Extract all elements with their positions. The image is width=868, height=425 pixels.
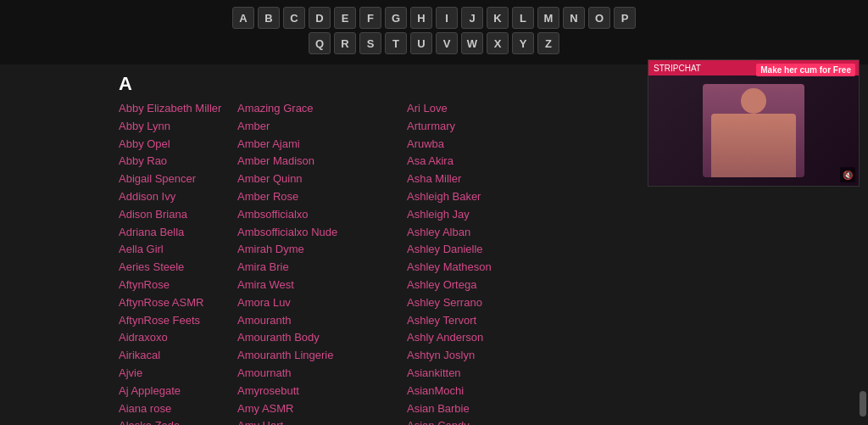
name-link[interactable]: Ashleigh Baker: [407, 188, 576, 206]
ad-figure: [703, 84, 804, 177]
alpha-btn-y[interactable]: Y: [512, 32, 534, 54]
name-link[interactable]: Amouranth: [237, 312, 407, 330]
alpha-btn-b[interactable]: B: [258, 7, 280, 29]
name-link[interactable]: Amora Luv: [237, 294, 407, 312]
name-link[interactable]: Amazing Grace: [237, 100, 407, 118]
alpha-btn-e[interactable]: E: [334, 7, 356, 29]
name-link[interactable]: Abby Elizabeth Miller: [119, 100, 237, 118]
alpha-btn-d[interactable]: D: [309, 7, 331, 29]
alpha-btn-p[interactable]: P: [614, 7, 636, 29]
name-link[interactable]: Amber Ajami: [237, 136, 407, 154]
alpha-btn-k[interactable]: K: [487, 7, 509, 29]
name-link[interactable]: Asian Candy: [407, 417, 576, 425]
name-link[interactable]: Amouranth Body: [237, 329, 407, 347]
name-link[interactable]: Ambsofficialxo: [237, 206, 407, 224]
alpha-btn-q[interactable]: Q: [309, 32, 331, 54]
name-link[interactable]: Aiana rose: [119, 400, 237, 418]
name-link[interactable]: Amirah Dyme: [237, 241, 407, 259]
names-col-1: Amazing GraceAmberAmber AjamiAmber Madis…: [237, 100, 407, 425]
name-link[interactable]: Asiankitten: [407, 365, 576, 383]
alpha-btn-c[interactable]: C: [283, 7, 305, 29]
names-col-2: Ari LoveArturmaryAruwbaAsa AkiraAsha Mil…: [407, 100, 576, 425]
name-link[interactable]: Aeries Steele: [119, 259, 237, 277]
ad-banner[interactable]: STRIPCHAT Make her cum for Free 🔇: [648, 59, 860, 187]
name-link[interactable]: Abigail Spencer: [119, 171, 237, 188]
ad-site-label: STRIPCHAT: [654, 64, 701, 73]
name-link[interactable]: Amber Quinn: [237, 171, 407, 188]
name-link[interactable]: Abby Lynn: [119, 118, 237, 136]
name-link[interactable]: AsianMochi: [407, 383, 576, 400]
name-link[interactable]: Adriana Bella: [119, 224, 237, 242]
name-link[interactable]: Adison Briana: [119, 206, 237, 224]
name-link[interactable]: Ashley Serrano: [407, 294, 576, 312]
name-link[interactable]: Amber Madison: [237, 153, 407, 171]
scrollbar[interactable]: [860, 391, 866, 417]
name-link[interactable]: Asian Barbie: [407, 400, 576, 418]
name-link[interactable]: Ajvie: [119, 365, 237, 383]
alpha-btn-g[interactable]: G: [385, 7, 407, 29]
name-link[interactable]: Airikacal: [119, 347, 237, 365]
alpha-btn-n[interactable]: N: [563, 7, 585, 29]
names-col-0: Abby Elizabeth MillerAbby LynnAbby OpelA…: [119, 100, 237, 425]
name-link[interactable]: Ashley Matheson: [407, 259, 576, 277]
name-link[interactable]: Amber Rose: [237, 188, 407, 206]
name-link[interactable]: Amy ASMR: [237, 400, 407, 418]
name-link[interactable]: Ashley Ortega: [407, 277, 576, 294]
alpha-btn-u[interactable]: U: [410, 32, 432, 54]
alpha-btn-t[interactable]: T: [385, 32, 407, 54]
alpha-row-1: ABCDEFGHIJKLMNOP: [0, 7, 868, 29]
name-link[interactable]: Abby Opel: [119, 136, 237, 154]
name-link[interactable]: Aella Girl: [119, 241, 237, 259]
name-link[interactable]: Amouranth Lingerie: [237, 347, 407, 365]
name-link[interactable]: Aj Applegate: [119, 383, 237, 400]
alpha-btn-s[interactable]: S: [359, 32, 381, 54]
alpha-btn-r[interactable]: R: [334, 32, 356, 54]
name-link[interactable]: Ashleigh Jay: [407, 206, 576, 224]
ad-cta-button[interactable]: Make her cum for Free: [756, 64, 855, 76]
alpha-btn-o[interactable]: O: [588, 7, 610, 29]
alpha-btn-x[interactable]: X: [487, 32, 509, 54]
name-link[interactable]: Amournath: [237, 365, 407, 383]
name-link[interactable]: AftynRose ASMR: [119, 294, 237, 312]
name-link[interactable]: Aidraxoxo: [119, 329, 237, 347]
name-link[interactable]: Ambsofficialxo Nude: [237, 224, 407, 242]
name-link[interactable]: Amira Brie: [237, 259, 407, 277]
name-link[interactable]: Alaska Zade: [119, 417, 237, 425]
alpha-btn-a[interactable]: A: [232, 7, 254, 29]
alpha-btn-h[interactable]: H: [410, 7, 432, 29]
alpha-btn-f[interactable]: F: [359, 7, 381, 29]
alpha-btn-j[interactable]: J: [461, 7, 483, 29]
name-link[interactable]: Amira West: [237, 277, 407, 294]
alpha-btn-w[interactable]: W: [461, 32, 483, 54]
name-link[interactable]: Ashley Tervort: [407, 312, 576, 330]
alpha-btn-z[interactable]: Z: [537, 32, 559, 54]
name-link[interactable]: Ashly Anderson: [407, 329, 576, 347]
name-link[interactable]: Asa Akira: [407, 153, 576, 171]
name-link[interactable]: Amyrosebutt: [237, 383, 407, 400]
alpha-btn-l[interactable]: L: [512, 7, 534, 29]
name-link[interactable]: AftynRose: [119, 277, 237, 294]
ad-mute-icon[interactable]: 🔇: [840, 167, 855, 182]
alpha-btn-m[interactable]: M: [537, 7, 559, 29]
name-link[interactable]: Asha Miller: [407, 171, 576, 188]
name-link[interactable]: Ashley Alban: [407, 224, 576, 242]
name-link[interactable]: Amber: [237, 118, 407, 136]
name-link[interactable]: Ashtyn Joslyn: [407, 347, 576, 365]
name-link[interactable]: Ari Love: [407, 100, 576, 118]
name-link[interactable]: Amy Hart: [237, 417, 407, 425]
alpha-row-2: QRSTUVWXYZ: [0, 32, 868, 54]
name-link[interactable]: Addison Ivy: [119, 188, 237, 206]
name-link[interactable]: Ashley Danielle: [407, 241, 576, 259]
alphabet-nav: ABCDEFGHIJKLMNOP QRSTUVWXYZ: [0, 0, 868, 64]
name-link[interactable]: Aruwba: [407, 136, 576, 154]
alpha-btn-v[interactable]: V: [436, 32, 458, 54]
name-link[interactable]: AftynRose Feets: [119, 312, 237, 330]
name-link[interactable]: Arturmary: [407, 118, 576, 136]
alpha-btn-i[interactable]: I: [436, 7, 458, 29]
name-link[interactable]: Abby Rao: [119, 153, 237, 171]
